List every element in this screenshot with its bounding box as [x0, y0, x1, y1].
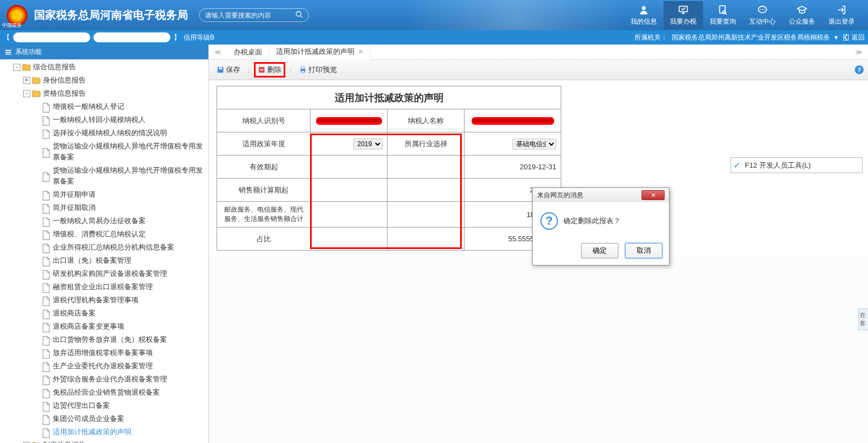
tree-label: 退税代理机构备案管理事项 [53, 295, 139, 306]
tree-node[interactable]: 放弃适用增值税零税率备案事项 [0, 346, 208, 359]
tree-node[interactable]: +身份信息报告 [0, 74, 208, 87]
file-icon [42, 257, 51, 264]
tree-label: 企业所得税汇总纳税总分机构信息备案 [53, 242, 174, 253]
graduate-icon [797, 4, 808, 15]
svg-point-2 [642, 6, 646, 10]
tree-node[interactable]: -资格信息报告 [0, 87, 208, 100]
dialog-close-button[interactable]: ✕ [642, 190, 665, 200]
tree-node[interactable]: 增值税、消费税汇总纳税认定 [0, 228, 208, 241]
tree-node[interactable]: 一般纳税人转回小规模纳税人 [0, 113, 208, 126]
nav-my-info[interactable]: 我的信息 [624, 1, 664, 30]
tree-node[interactable]: 退税商店备案变更事项 [0, 320, 208, 333]
tree-node[interactable]: -综合信息报告 [0, 60, 208, 74]
tree-label: 适用加计抵减政策的声明 [53, 427, 131, 438]
nav-want-query[interactable]: 我要查询 [703, 1, 743, 30]
tree-node[interactable]: 简并征期取消 [0, 201, 208, 214]
tree-node[interactable]: 生产企业委托代办退税备案管理 [0, 359, 208, 373]
tree-node[interactable]: 免税品经营企业销售货物退税备案 [0, 386, 208, 399]
monitor-icon [678, 4, 689, 15]
industry-value[interactable]: 基础电信业 [465, 132, 561, 156]
file-icon [42, 243, 51, 251]
sales-period-from-value[interactable] [311, 179, 388, 202]
user-icon [638, 4, 649, 15]
save-button[interactable]: 保存 [213, 63, 244, 76]
devtools-context-menu[interactable]: ✓ F12 开发人员工具(L) [731, 157, 863, 173]
tree-node[interactable]: 一般纳税人简易办法征收备案 [0, 214, 208, 228]
file-icon [42, 389, 51, 396]
tree-node[interactable]: 融资租赁企业出口退税备案管理 [0, 280, 208, 294]
nav-public-service[interactable]: 公众服务 [782, 1, 822, 30]
side-floater[interactable]: 在客 [858, 308, 868, 330]
nav-logout[interactable]: 退出登录 [822, 1, 861, 30]
folder-icon [32, 90, 41, 97]
svg-rect-14 [5, 53, 12, 54]
tree-node[interactable]: 简并征期申请 [0, 188, 208, 201]
back-icon [842, 34, 850, 41]
tab-current[interactable]: 适用加计抵减政策的声明 ✕ [269, 45, 371, 60]
nav-interact[interactable]: 互动中心 [743, 1, 782, 30]
tree-label: 身份信息报告 [43, 75, 86, 86]
tree-toggle-icon[interactable]: + [23, 77, 30, 84]
logout-icon [836, 4, 847, 15]
delete-button[interactable]: 删除 [254, 62, 285, 77]
help-icon[interactable]: ? [855, 65, 864, 74]
dialog-ok-button[interactable]: 确定 [581, 243, 618, 258]
tree-node[interactable]: 出口退（免）税备案管理 [0, 254, 208, 267]
tree-label: 融资租赁企业出口退税备案管理 [53, 281, 153, 292]
close-tab-icon[interactable]: ✕ [358, 48, 363, 56]
policy-year-value[interactable]: 2019 [311, 132, 388, 156]
file-icon [42, 309, 51, 317]
file-icon [42, 349, 51, 357]
tree-node[interactable]: 研发机构采购国产设备退税备案管理 [0, 267, 208, 280]
print-button[interactable]: 打印预览 [296, 63, 340, 76]
file-icon [42, 362, 51, 370]
tree-node[interactable]: 选择按小规模纳税人纳税的情况说明 [0, 126, 208, 140]
valid-to-value[interactable]: 2019-12-31 [465, 156, 561, 179]
dialog-message: 确定删除此报表？ [563, 216, 621, 226]
dialog-cancel-button[interactable]: 取消 [625, 243, 662, 258]
svg-rect-4 [720, 5, 725, 13]
sidebar-title: 系统功能 [15, 47, 42, 57]
search-input[interactable] [205, 12, 295, 19]
content-area: ≪ 办税桌面 适用加计抵减政策的声明 ✕ ≫ 保存 | 删除 | 打印预览 [209, 45, 868, 443]
policy-year-select[interactable]: 2019 [353, 139, 383, 149]
tree-node[interactable]: 边贸代理出口备案 [0, 399, 208, 412]
folder-icon [32, 76, 41, 84]
subheader: 【 】 信用等级B 所属机关： 国家税务总局郑州高新技术产业开发区税务局梧桐税务… [0, 30, 868, 45]
tree-node[interactable]: +制度信息报告 [0, 439, 208, 443]
expand-tabs-icon[interactable]: ≫ [850, 48, 868, 56]
tree-node[interactable]: 集团公司成员企业备案 [0, 412, 208, 425]
corner-brand: 中国税务 [2, 22, 22, 29]
collapse-sidebar-icon[interactable]: ≪ [209, 48, 227, 56]
tree-node[interactable]: 外贸综合服务企业代办退税备案管理 [0, 373, 208, 386]
tree[interactable]: -综合信息报告+身份信息报告-资格信息报告增值税一般纳税人登记一般纳税人转回小规… [0, 59, 208, 443]
tree-label: 资格信息报告 [43, 88, 86, 99]
svg-rect-12 [5, 49, 12, 51]
nav-want-tax[interactable]: 我要办税 [664, 1, 703, 30]
file-icon [42, 375, 51, 383]
tree-toggle-icon[interactable]: - [23, 90, 30, 97]
file-icon [42, 428, 51, 436]
valid-from-value[interactable] [311, 156, 388, 179]
tree-toggle-icon[interactable]: - [13, 64, 20, 71]
tree-node[interactable]: 增值税一般纳税人登记 [0, 100, 208, 113]
chevron-down-icon[interactable]: ▾ [834, 34, 838, 41]
industry-select[interactable]: 基础电信业 [512, 139, 556, 149]
file-icon [42, 336, 51, 344]
tree-node[interactable]: 退税商店备案 [0, 307, 208, 320]
tab-home[interactable]: 办税桌面 [227, 45, 269, 60]
svg-point-8 [760, 9, 761, 10]
redacted-pill-2 [93, 32, 170, 42]
back-link[interactable]: 返回 [842, 33, 865, 42]
search-box[interactable] [199, 8, 309, 22]
file-icon [42, 402, 51, 409]
svg-point-0 [296, 12, 301, 16]
tree-label: 集团公司成员企业备案 [53, 413, 124, 424]
search-icon[interactable] [295, 10, 303, 20]
tree-node[interactable]: 适用加计抵减政策的声明 [0, 425, 208, 439]
tree-node[interactable]: 出口货物劳务放弃退（免）税权备案 [0, 333, 208, 346]
tree-node[interactable]: 货物运输业小规模纳税人异地代开增值税专用发票备案 [0, 140, 208, 164]
tree-node[interactable]: 企业所得税汇总纳税总分机构信息备案 [0, 241, 208, 254]
tree-node[interactable]: 退税代理机构备案管理事项 [0, 294, 208, 307]
tree-node[interactable]: 货物运输业小规模纳税人异地代开增值税专用发票备案 [0, 164, 208, 188]
